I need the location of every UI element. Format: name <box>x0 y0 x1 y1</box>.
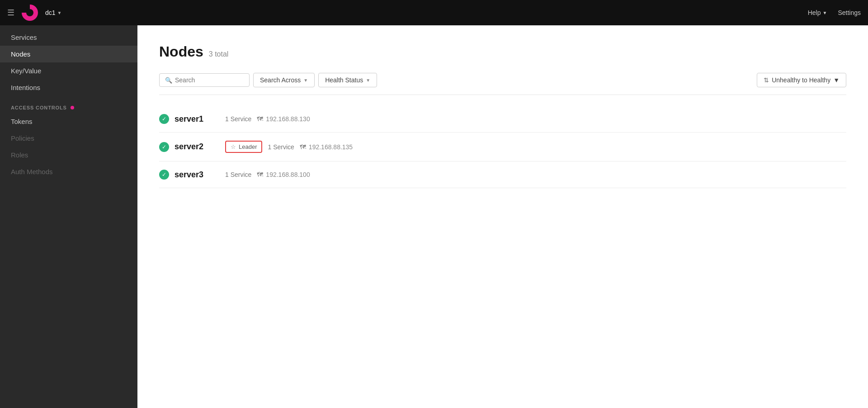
sort-icon: ⇅ <box>764 76 769 84</box>
sidebar-label-roles: Roles <box>11 151 28 159</box>
sidebar-label-tokens: Tokens <box>11 118 33 125</box>
sidebar-label-nodes: Nodes <box>11 50 30 58</box>
node-badges: 1 Service <box>225 115 251 123</box>
sort-label: Unhealthy to Healthy <box>772 76 830 84</box>
dc-label: dc1 <box>45 9 56 16</box>
page-header: Nodes 3 total <box>159 43 846 60</box>
ip-address: 192.168.88.130 <box>266 115 310 123</box>
settings-label: Settings <box>838 9 861 16</box>
sidebar-label-keyvalue: Key/Value <box>11 67 41 75</box>
settings-link[interactable]: Settings <box>838 9 861 16</box>
ip-address: 192.168.88.135 <box>309 143 353 151</box>
node-ip: 🗺192.168.88.100 <box>257 171 310 178</box>
dc-chevron-icon: ▼ <box>57 10 62 15</box>
search-across-chevron-icon: ▼ <box>303 78 308 83</box>
health-check-icon: ✓ <box>159 142 169 152</box>
ip-address: 192.168.88.100 <box>266 171 310 178</box>
star-icon: ☆ <box>231 143 236 150</box>
sidebar: Services Nodes Key/Value Intentions ACCE… <box>0 25 137 408</box>
help-link[interactable]: Help ▼ <box>808 9 827 16</box>
help-label: Help <box>808 9 821 16</box>
health-check-icon: ✓ <box>159 170 169 180</box>
search-icon: 🔍 <box>165 77 172 84</box>
page-title: Nodes <box>159 43 203 60</box>
search-box[interactable]: 🔍 <box>159 73 250 87</box>
sidebar-item-policies[interactable]: Policies <box>0 130 137 147</box>
help-chevron-icon: ▼ <box>823 10 827 15</box>
sidebar-item-auth-methods[interactable]: Auth Methods <box>0 163 137 180</box>
sidebar-item-services[interactable]: Services <box>0 29 137 46</box>
node-row-server3[interactable]: ✓server31 Service🗺192.168.88.100 <box>159 161 846 188</box>
access-controls-label: ACCESS CONTROLS <box>11 105 67 110</box>
datacenter-selector[interactable]: dc1 ▼ <box>45 9 61 16</box>
sidebar-item-roles[interactable]: Roles <box>0 147 137 163</box>
health-status-chevron-icon: ▼ <box>366 78 370 83</box>
node-ip: 🗺192.168.88.135 <box>300 143 353 151</box>
service-count: 1 Service <box>225 171 251 178</box>
access-controls-status-dot <box>71 106 74 109</box>
menu-icon[interactable]: ☰ <box>7 8 14 18</box>
layout: Services Nodes Key/Value Intentions ACCE… <box>0 25 868 408</box>
sidebar-item-intentions[interactable]: Intentions <box>0 79 137 96</box>
node-name: server2 <box>175 142 220 152</box>
sidebar-label-services: Services <box>11 33 37 41</box>
health-status-button[interactable]: Health Status ▼ <box>318 73 377 87</box>
sidebar-label-intentions: Intentions <box>11 84 40 91</box>
sidebar-label-auth-methods: Auth Methods <box>11 168 53 176</box>
access-controls-section: ACCESS CONTROLS <box>0 96 137 113</box>
node-badges: ☆Leader1 Service <box>225 141 294 153</box>
sort-button[interactable]: ⇅ Unhealthy to Healthy ▼ <box>757 73 846 87</box>
nodes-list: ✓server11 Service🗺192.168.88.130✓server2… <box>159 106 846 188</box>
node-name: server1 <box>175 114 220 124</box>
leader-badge: ☆Leader <box>225 141 262 153</box>
server-icon: 🗺 <box>300 143 306 151</box>
app-logo <box>22 5 38 21</box>
node-row-server2[interactable]: ✓server2☆Leader1 Service🗺192.168.88.135 <box>159 133 846 161</box>
sort-chevron-icon: ▼ <box>833 76 840 84</box>
leader-label: Leader <box>239 143 257 150</box>
sidebar-item-nodes[interactable]: Nodes <box>0 46 137 62</box>
node-badges: 1 Service <box>225 171 251 178</box>
server-icon: 🗺 <box>257 171 263 178</box>
search-input[interactable] <box>175 76 244 84</box>
service-count: 1 Service <box>225 115 251 123</box>
server-icon: 🗺 <box>257 115 263 123</box>
sidebar-item-tokens[interactable]: Tokens <box>0 113 137 130</box>
node-name: server3 <box>175 170 220 180</box>
service-count: 1 Service <box>268 143 294 151</box>
search-across-label: Search Across <box>260 76 301 84</box>
node-ip: 🗺192.168.88.130 <box>257 115 310 123</box>
health-status-label: Health Status <box>325 76 363 84</box>
filters-bar: 🔍 Search Across ▼ Health Status ▼ ⇅ Unhe… <box>159 73 846 95</box>
topnav-right: Help ▼ Settings <box>808 9 861 16</box>
sidebar-label-policies: Policies <box>11 134 34 142</box>
health-check-icon: ✓ <box>159 114 169 124</box>
search-across-button[interactable]: Search Across ▼ <box>253 73 315 87</box>
topnav: ☰ dc1 ▼ Help ▼ Settings <box>0 0 868 25</box>
node-row-server1[interactable]: ✓server11 Service🗺192.168.88.130 <box>159 106 846 133</box>
main-content: Nodes 3 total 🔍 Search Across ▼ Health S… <box>137 25 868 408</box>
sidebar-item-keyvalue[interactable]: Key/Value <box>0 62 137 79</box>
page-count: 3 total <box>209 50 229 58</box>
